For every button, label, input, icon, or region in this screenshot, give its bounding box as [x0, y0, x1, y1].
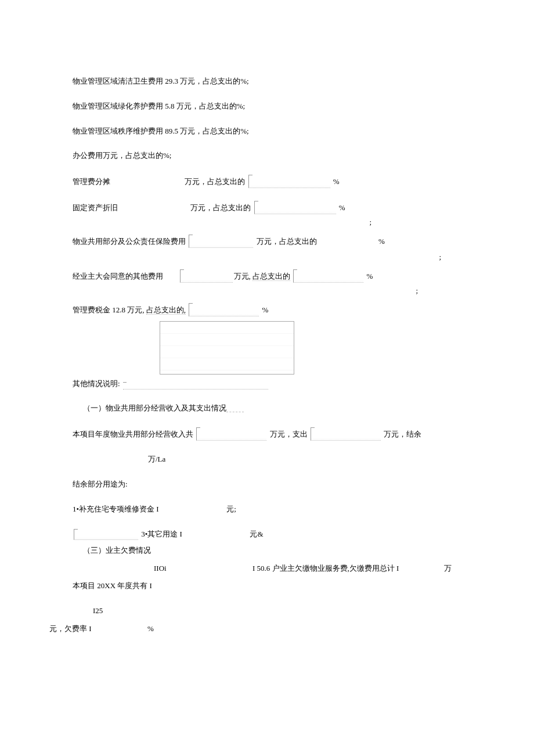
- expense-line-mgmt-alloc: 管理费分摊 万元，占总支出的 %: [73, 175, 464, 188]
- text: 万/La: [148, 455, 165, 463]
- unit: %: [147, 624, 154, 633]
- blank-field: [293, 269, 363, 283]
- text: 物业管理区域绿化养护费用: [73, 102, 165, 110]
- text: 办公费用万元，占总支出的%;: [73, 151, 171, 160]
- section-3-sub2: I25: [49, 605, 464, 617]
- blank-field: [254, 201, 336, 214]
- text: 万元，占总支出的: [257, 237, 317, 246]
- blank-field: [123, 382, 268, 390]
- other-notes-line: 其他情况说明:: [73, 378, 464, 390]
- text: 万元，占总支出的: [185, 177, 245, 186]
- text: 万元，占总支出的%;: [175, 102, 246, 110]
- expense-line-tax: 管理费税金 12.8 万元, 占总支出的, %: [73, 303, 464, 316]
- expense-line-other-approved: 经业主大会同意的其他费用 万元, 占总支出的 %: [73, 269, 464, 283]
- label: 管理费税金: [73, 305, 112, 314]
- label: 其他情况说明:: [73, 379, 120, 388]
- text: 万元,: [125, 305, 145, 314]
- label: 管理费分摊: [73, 176, 183, 188]
- expense-line-order: 物业管理区域秩序维护费用 89.5 万元，占总支出的%;: [73, 125, 464, 138]
- section-3-title: （三）业主欠费情况: [73, 545, 464, 557]
- section-3-row: IIOi I 50.6 户业主欠缴物业服务费,欠缴费用总计 I 万: [73, 563, 464, 574]
- semicolon-row: ;: [73, 217, 464, 229]
- big-blank-row: [73, 321, 464, 375]
- value: 29.3: [165, 77, 178, 85]
- text: 元&: [250, 530, 263, 538]
- fragment: IIOi: [154, 563, 167, 575]
- expense-line-greening: 物业管理区域绿化养护费用 5.8 万元，占总支出的%;: [73, 100, 464, 113]
- blank-field: [189, 235, 253, 248]
- blank-field: [180, 269, 233, 283]
- blank-field: [248, 175, 330, 188]
- blank-textarea: [160, 321, 294, 375]
- fragment: I25: [93, 606, 103, 615]
- blank-field: [74, 529, 138, 540]
- label: 物业共用部分及公众责任保险费用: [73, 237, 186, 246]
- value: 5.8: [165, 102, 174, 110]
- text: 万元，支出: [270, 430, 308, 438]
- expense-line-depreciation: 固定资产折旧 万元，占总支出的 %: [73, 201, 464, 214]
- semicolon-row: ;: [73, 285, 464, 297]
- text: 占总支出的: [252, 272, 290, 281]
- value: 89.5: [165, 127, 178, 135]
- note-mark: [226, 406, 244, 412]
- heading: （一）物业共用部分经营收入及其支出情况: [83, 404, 226, 412]
- heading: （三）业主欠费情况: [83, 546, 151, 555]
- unit: %: [339, 203, 345, 212]
- section-3-rate-line: 元，欠费率 I %: [49, 623, 464, 635]
- text: 万元，占总支出的%;: [178, 77, 249, 85]
- expense-line-cleaning: 物业管理区域清洁卫生费用 29.3 万元，占总支出的%;: [73, 75, 464, 88]
- section-3-year-line: 本项目 20XX 年度共有 I: [73, 580, 464, 592]
- text: 元，欠费率 I: [49, 624, 92, 633]
- unit: %: [367, 272, 373, 280]
- text: 物业管理区域清洁卫生费用: [73, 77, 165, 85]
- section-2-title: （一）物业共用部分经营收入及其支出情况: [73, 402, 464, 415]
- text: 本项目年度物业共用部分经营收入共: [73, 430, 193, 438]
- section-2-usage-line: 结余部分用途为:: [73, 478, 464, 491]
- semicolon: ;: [439, 253, 441, 261]
- semicolon-row: ;: [73, 251, 464, 264]
- text: 3•其它用途 I: [141, 530, 182, 538]
- label: 固定资产折旧: [73, 202, 189, 214]
- semicolon: ;: [369, 218, 371, 226]
- text: 万元，占总支出的: [190, 203, 251, 212]
- blank-field: [189, 303, 259, 316]
- blank-field: [196, 427, 266, 441]
- semicolon: ;: [416, 286, 418, 295]
- section-2-income-line: 本项目年度物业共用部分经营收入共 万元，支出 万元，结余: [73, 427, 464, 441]
- blank-field: [311, 427, 381, 441]
- text: 占总支出的,: [146, 305, 186, 315]
- usage-item-3: 3•其它用途 I 元&: [73, 528, 464, 541]
- text: 万元,: [234, 272, 251, 280]
- usage-item-1: 1•补充住宅专项维修资金 I 元;: [73, 503, 464, 516]
- value: 12.8: [112, 305, 125, 314]
- text: 1•补充住宅专项维修资金 I: [73, 505, 159, 513]
- document-page: 物业管理区域清洁卫生费用 29.3 万元，占总支出的%; 物业管理区域绿化养护费…: [0, 0, 534, 683]
- text: 本项目 20XX 年度共有 I: [73, 581, 152, 590]
- text: 结余部分用途为:: [73, 480, 128, 488]
- text: 万: [444, 563, 452, 575]
- text: I 50.6 户业主欠缴物业服务费,欠缴费用总计 I: [252, 563, 399, 575]
- expense-line-office: 办公费用万元，占总支出的%;: [73, 150, 464, 162]
- unit: %: [262, 305, 269, 314]
- text: 物业管理区域秩序维护费用: [73, 127, 165, 135]
- unit: %: [378, 237, 385, 246]
- text: 万元，占总支出的%;: [178, 127, 249, 135]
- section-2-balance-line: 万/La: [73, 453, 464, 466]
- expense-line-insurance: 物业共用部分及公众责任保险费用 万元，占总支出的 %: [73, 235, 464, 248]
- text: 万元，结余: [384, 430, 421, 438]
- label: 经业主大会同意的其他费用: [73, 272, 163, 280]
- text: 元;: [226, 505, 236, 513]
- unit: %: [333, 177, 340, 186]
